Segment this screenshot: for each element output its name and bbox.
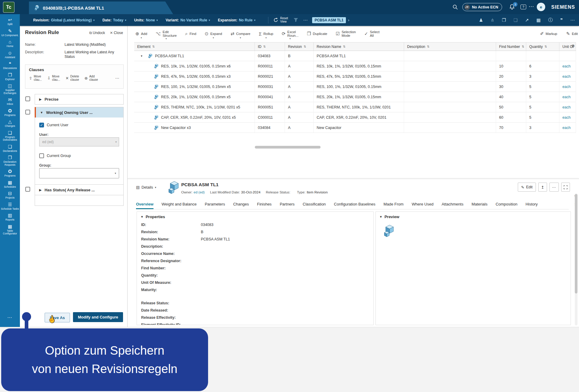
move-clause-down-button[interactable]: ⇩Move clau... <box>47 75 60 81</box>
feedback-icon[interactable]: ❞ <box>560 17 563 23</box>
edit-structure-button[interactable]: ⌥Edit Structure▾ <box>156 30 177 39</box>
clause-working[interactable]: ▼ Working( Owning User ... <box>35 107 124 118</box>
sidebar-item-programs[interactable]: ✪Programs <box>0 108 20 117</box>
tab-made-from[interactable]: Made From <box>384 202 403 209</box>
unit-of-measure-link[interactable]: each <box>562 126 571 130</box>
cell-element[interactable]: RES, 47k, 5%, 1/32W, 01005, 0.15mm x3 <box>134 71 255 81</box>
column-header-description[interactable]: Description⇅ <box>404 42 496 51</box>
config-more-icon[interactable]: ⋯ <box>303 17 308 23</box>
column-header-find-number[interactable]: Find Number⇅ <box>496 42 526 51</box>
scrollbar-thumb[interactable] <box>575 194 577 293</box>
table-row[interactable]: RES, 100, 1%, 1/32W, 01005, 0.15mm x5R00… <box>134 82 576 92</box>
column-header-revision[interactable]: Revision⇅ <box>285 42 314 51</box>
add-clause-button[interactable]: ⊕Add clause <box>84 75 98 81</box>
sidebar-item-projects[interactable]: ⊟Projects <box>0 191 20 199</box>
details-more-button[interactable]: ⋯ <box>549 183 559 192</box>
info-icon[interactable]: ⓘ <box>548 17 553 23</box>
sidebar-item-discussions[interactable]: ❝Discussions <box>0 61 20 70</box>
close-button[interactable]: ✕Close <box>110 31 123 35</box>
breadcrumb-chip[interactable]: PCBSA ASM TL1 <box>312 17 346 23</box>
expander-caret-icon[interactable]: ▶ <box>39 98 42 101</box>
reset-view-button[interactable]: Reset View <box>273 17 288 23</box>
undock-button[interactable]: ⧉Undock <box>89 31 105 35</box>
user-avatar[interactable]: e <box>537 3 545 11</box>
filter-funnel-icon[interactable] <box>293 18 298 22</box>
preview-title[interactable]: ▼Preview <box>379 215 399 219</box>
has-status-clause-checkbox[interactable] <box>25 187 30 192</box>
sidebar-item-ui-component[interactable]: ✎UI Component. <box>0 28 20 37</box>
sidebar-item-declaration-requests[interactable]: ❒Declaration Requests <box>0 155 20 166</box>
assign-participant-icon[interactable]: ♟ <box>479 17 483 23</box>
column-header-quantity[interactable]: Quantity⇅ <box>526 42 559 51</box>
workflow-icon[interactable]: ⋔ <box>491 17 495 23</box>
more-icon[interactable]: ⋯ <box>570 17 575 23</box>
sort-icon[interactable]: ⇅ <box>263 45 266 48</box>
clause-precise[interactable]: ▶ Precise <box>35 94 124 105</box>
modify-and-configure-button[interactable]: Modify and Configure <box>73 312 123 322</box>
filter-expansion[interactable]: Expansion:No Rule▾ <box>218 18 255 22</box>
column-header-unit-of[interactable]: Unit Of⚙ <box>559 42 576 51</box>
tab-changes[interactable]: Changes <box>233 202 249 209</box>
unit-of-measure-link[interactable]: each <box>562 85 571 89</box>
tab-where-used[interactable]: Where Used <box>412 202 433 209</box>
table-row[interactable]: RES, 10k, 1%, 1/32W, 01005, 0.15mm x6R00… <box>134 61 576 71</box>
paste-icon[interactable]: ❏ <box>514 17 517 23</box>
open-in-icon[interactable]: ↗ <box>525 17 529 23</box>
filter-variant[interactable]: Variant:No Variant Rule▾ <box>166 18 210 22</box>
sort-icon[interactable]: ⇅ <box>152 45 155 48</box>
table-row[interactable]: RES, THERM, NTC, 100k, 1%, 1/10W, 0201 x… <box>134 102 576 112</box>
table-row[interactable]: RES, 20k, 1%, 1/32W, 01005, 0.15mm x5R00… <box>134 92 576 102</box>
copy-icon[interactable]: ❐ <box>502 17 506 23</box>
clause-has-status[interactable]: ▶ Has Status( Any Release ... <box>35 184 124 195</box>
cell-element[interactable]: RES, THERM, NTC, 100k, 1%, 1/10W, 0201 x… <box>134 102 255 112</box>
tab-attachments[interactable]: Attachments <box>441 202 463 209</box>
filter-date[interactable]: Date:Today▾ <box>103 18 126 22</box>
fullscreen-button[interactable] <box>561 183 570 192</box>
share-button[interactable]: ↥ <box>538 183 547 192</box>
expander-caret-icon[interactable]: ▼ <box>40 111 43 114</box>
select-all-button[interactable]: ✓Select All <box>364 30 380 39</box>
preview-cube-thumbnail[interactable] <box>382 224 396 238</box>
expander-caret-icon[interactable]: ▶ <box>39 188 42 192</box>
tab-history[interactable]: History <box>526 202 538 209</box>
column-header-id[interactable]: ID⇅ <box>255 42 285 51</box>
duplicate-button[interactable]: ❐Duplicate <box>307 31 327 38</box>
current-group-checkbox[interactable] <box>39 153 44 158</box>
cell-element[interactable]: New Capacitor x3 <box>134 123 255 133</box>
edit-button[interactable]: ✎ Edit <box>518 183 536 192</box>
cell-element[interactable]: RES, 10k, 1%, 1/32W, 01005, 0.15mm x6 <box>134 61 255 71</box>
precise-clause-checkbox[interactable] <box>25 96 30 101</box>
table-row[interactable]: CAP, CER, X5R, 0.22mF, 20%, 10V, 0201 x5… <box>134 112 576 123</box>
move-clause-up-button[interactable]: ⇧Move clau... <box>29 75 42 81</box>
column-header-element[interactable]: Element⇅ <box>134 42 255 51</box>
sidebar-item-explorer[interactable]: ❐Explorer <box>0 72 20 81</box>
unit-of-measure-link[interactable]: each <box>562 105 571 109</box>
edit-button[interactable]: ✎Edit <box>566 31 578 38</box>
expand-button[interactable]: ⊙Expand▾ <box>205 31 222 38</box>
cell-element[interactable]: ▾PCBSA ASM TL1 <box>134 51 255 61</box>
document-tab[interactable]: 034083/B;1-PCBSA ASM TL1 <box>29 2 173 14</box>
titlebar-more-icon[interactable]: ⋯ <box>529 4 534 9</box>
search-icon[interactable] <box>452 4 458 10</box>
help-comment-icon[interactable]: ? <box>520 5 526 9</box>
unit-of-measure-link[interactable]: each <box>562 64 571 68</box>
vertical-scrollbar[interactable] <box>575 193 577 325</box>
horizontal-scrollbar[interactable] <box>255 146 321 149</box>
find-button[interactable]: ⌕Find <box>185 31 196 38</box>
excel-roundtrip-button[interactable]: ⟳Excel Roun...▾ <box>282 30 299 39</box>
filter-units[interactable]: Units:None▾ <box>134 18 158 22</box>
tab-overview[interactable]: Overview <box>136 202 153 209</box>
working-clause-checkbox[interactable] <box>25 110 30 114</box>
meta-value[interactable]: ed (ed) <box>194 190 204 194</box>
add-button[interactable]: ⊕Add▾ <box>135 31 147 38</box>
sidebar-item-declarations[interactable]: ❏Declarations <box>0 144 20 153</box>
cell-element[interactable]: RES, 100, 1%, 1/32W, 01005, 0.15mm x5 <box>134 82 255 92</box>
tab-finishes[interactable]: Finishes <box>257 202 271 209</box>
sidebar-item-table-configurator[interactable]: ▦Table Configurator <box>0 224 20 235</box>
sidebar-item-schedule-tasks[interactable]: ☰Schedule Tasks <box>0 202 20 211</box>
unit-of-measure-link[interactable]: each <box>562 95 571 99</box>
sidebar-item-schedules[interactable]: ▦Schedules <box>0 180 20 189</box>
markup-button[interactable]: ✐Markup <box>540 31 557 38</box>
table-view-icon[interactable]: ▦ <box>536 17 541 23</box>
tab-classification[interactable]: Classification <box>303 202 326 209</box>
